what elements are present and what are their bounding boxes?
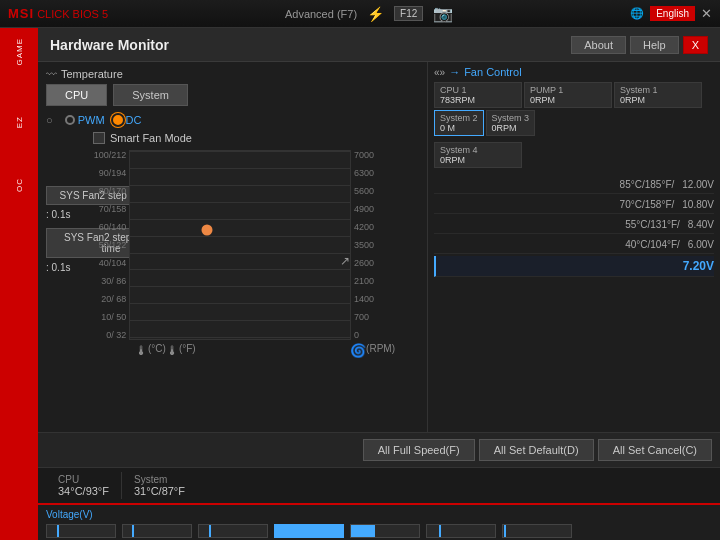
cpu-status: CPU 34°C/93°F <box>46 472 122 499</box>
fan-cell-system2[interactable]: System 2 0 M <box>434 110 484 136</box>
voltage-item-cpu-sa: 1.064 CPU SA <box>198 524 268 540</box>
voltage-bar-igpu <box>502 524 572 538</box>
thermometer-c-icon: 🌡 <box>135 343 148 358</box>
temp-icon: 〰 <box>46 68 57 80</box>
dc-radio[interactable] <box>113 115 123 125</box>
pwm-dc-selector: ○ PWM DC <box>46 114 419 126</box>
volt-main-val: 7.20V <box>654 259 714 273</box>
fan-rpm-grid-row1: CPU 1 783RPM PUMP 1 0RPM System 1 0RPM <box>434 82 714 108</box>
fan-rpm-icon: 🌀 <box>350 343 366 358</box>
lightning-icon: ⚡ <box>367 6 384 22</box>
chart-control-point[interactable] <box>202 224 213 235</box>
volt-val-600: 6.00V <box>688 239 714 250</box>
dc-option[interactable]: DC <box>113 114 142 126</box>
help-button[interactable]: Help <box>630 36 679 54</box>
sidebar-item-ez[interactable]: EZ <box>15 116 24 128</box>
language-button[interactable]: English <box>650 6 695 21</box>
chart-line-10 <box>130 320 350 321</box>
full-speed-button[interactable]: All Full Speed(F) <box>363 439 475 461</box>
chart-y-right: 7000 6300 5600 4900 4200 3500 2600 2100 … <box>351 150 382 340</box>
fan-chart-area: Smart Fan Mode 100/212 90/194 80/170 70/… <box>93 132 382 358</box>
top-bar: MSI CLICK BIOS 5 Advanced (F7) ⚡ F12 📷 🌐… <box>0 0 720 28</box>
chart-line-9 <box>130 303 350 304</box>
smart-fan-mode: Smart Fan Mode <box>93 132 382 144</box>
hw-close-button[interactable]: X <box>683 36 708 54</box>
about-button[interactable]: About <box>571 36 626 54</box>
f12-badge[interactable]: F12 <box>394 6 423 21</box>
voltage-item-igpu: 0.008 Internal GPU <box>502 524 572 540</box>
smart-fan-label: Smart Fan Mode <box>110 132 192 144</box>
volt-val-840: 8.40V <box>688 219 714 230</box>
chart-y-left: 100/212 90/194 80/170 70/158 60/140 50/1… <box>93 150 129 340</box>
voltage-row-85: 85°C/185°F/ 12.00V <box>434 176 714 194</box>
chart-line-3 <box>130 202 350 203</box>
temperature-label: Temperature <box>61 68 123 80</box>
temp-buttons: CPU System <box>46 84 419 106</box>
voltage-row-70: 70°C/158°F/ 10.80V <box>434 196 714 214</box>
rpm-label: (RPM) <box>366 343 395 358</box>
main-content: Hardware Monitor About Help X 〰 Temperat… <box>38 28 720 540</box>
temp-label-55: 55°C/131°F/ <box>625 219 680 230</box>
dc-label: DC <box>126 114 142 126</box>
voltage-readings: 85°C/185°F/ 12.00V 70°C/158°F/ 10.80V 55… <box>434 176 714 277</box>
voltage-bar-cpu-core <box>46 524 116 538</box>
chart-cursor: ↗ <box>340 254 350 268</box>
fan-arrows-icon: «» <box>434 67 445 78</box>
system-status-temp: 31°C/87°F <box>134 485 185 497</box>
window-close-button[interactable]: ✕ <box>701 6 712 21</box>
msi-logo: MSI <box>8 6 34 21</box>
cpu-system-status: CPU 34°C/93°F System 31°C/87°F <box>38 467 720 505</box>
chart-wrapper: 100/212 90/194 80/170 70/158 60/140 50/1… <box>93 150 382 340</box>
voltage-section-title: Voltage(V) <box>46 509 712 520</box>
right-panel: «» → Fan Control CPU 1 783RPM PUMP 1 0RP… <box>428 62 720 432</box>
fan-cell-cpu1: CPU 1 783RPM <box>434 82 522 108</box>
hw-monitor-title: Hardware Monitor <box>50 37 169 53</box>
volt-val-12: 12.00V <box>682 179 714 190</box>
top-bar-right: 🌐 English ✕ <box>630 6 712 21</box>
action-buttons: All Full Speed(F) All Set Default(D) All… <box>38 432 720 467</box>
smart-fan-checkbox[interactable] <box>93 132 105 144</box>
voltage-marker-igpu <box>504 525 506 537</box>
fan-cell-system1: System 1 0RPM <box>614 82 702 108</box>
flag-icon: 🌐 <box>630 7 644 20</box>
voltage-item-cpu-core: 1.080 CPU Core <box>46 524 116 540</box>
pwm-label: PWM <box>78 114 105 126</box>
chart-line-1 <box>130 168 350 169</box>
screenshot-icon: 📷 <box>433 4 453 23</box>
sidebar-item-game[interactable]: GAME <box>15 38 24 66</box>
sidebar-item-oc[interactable]: OC <box>15 178 24 192</box>
voltage-row-40: 40°C/104°F/ 6.00V <box>434 236 714 254</box>
fahrenheit-label: (°F) <box>179 343 196 358</box>
bios-title: CLICK BIOS 5 <box>37 8 108 20</box>
chart-line-0 <box>130 151 350 152</box>
chart-line-6 <box>130 253 350 254</box>
chart-line-2 <box>130 185 350 186</box>
chart-line-11 <box>130 337 350 338</box>
cpu-temp-button[interactable]: CPU <box>46 84 107 106</box>
voltage-bar-cpu-sa <box>198 524 268 538</box>
chart-axis-bottom: 🌡 (°C) 🌡 (°F) 🌀 (RPM) <box>135 343 395 358</box>
voltage-fill-sys5v <box>351 525 375 537</box>
voltage-row-highlighted: 7.20V <box>434 256 714 277</box>
temperature-section-header: 〰 Temperature <box>46 68 419 80</box>
thermometer-f-icon: 🌡 <box>166 343 179 358</box>
pwm-option[interactable]: PWM <box>65 114 105 126</box>
pwm-radio[interactable] <box>65 115 75 125</box>
fan-arrow-icon: → <box>449 66 460 78</box>
voltage-bar-dram <box>426 524 496 538</box>
voltage-marker-cpu-io <box>132 525 134 537</box>
logo-area: MSI CLICK BIOS 5 <box>8 6 108 21</box>
system-status: System 31°C/87°F <box>122 472 197 499</box>
celsius-label: (°C) <box>148 343 166 358</box>
system-temp-button[interactable]: System <box>113 84 188 106</box>
left-panel: 〰 Temperature CPU System ○ PWM DC <box>38 62 428 432</box>
fan-cell-system4-row: System 4 0RPM <box>434 142 714 168</box>
set-default-button[interactable]: All Set Default(D) <box>479 439 594 461</box>
cpu-status-label: CPU <box>58 474 109 485</box>
fan-chart[interactable]: ↗ <box>129 150 351 340</box>
set-cancel-button[interactable]: All Set Cancel(C) <box>598 439 712 461</box>
system-status-label: System <box>134 474 185 485</box>
circle-icon: ○ <box>46 114 53 126</box>
chart-line-4 <box>130 219 350 220</box>
fan-rpm-grid-row2: System 2 0 M System 3 0RPM <box>434 110 714 136</box>
